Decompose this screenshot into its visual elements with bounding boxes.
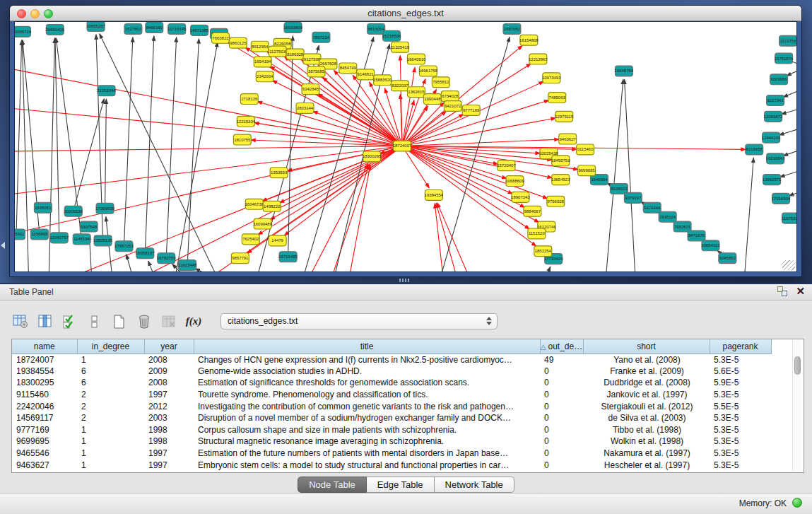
graph-node[interactable]: 17957253 xyxy=(114,241,134,252)
table-row[interactable]: 946554611997Estimation of the future num… xyxy=(12,448,771,460)
cell-year[interactable]: 2008 xyxy=(144,354,194,366)
graph-node[interactable]: 8912954 xyxy=(251,41,269,52)
graph-node[interactable]: 16782759 xyxy=(157,253,176,264)
cell-short[interactable]: Yano et al. (2008) xyxy=(583,354,710,366)
graph-node[interactable]: 22055724 xyxy=(15,26,32,37)
graph-node[interactable]: 8938923 xyxy=(610,184,628,194)
tab-node-table[interactable]: Node Table xyxy=(298,477,367,493)
graph-node[interactable]: 1127503 xyxy=(269,46,286,57)
cell-title[interactable]: Estimation of the future numbers of pati… xyxy=(194,448,540,460)
graph-node[interactable]: 2342004 xyxy=(256,71,273,82)
graph-node[interactable]: 9857791 xyxy=(231,253,249,264)
cell-out_degree[interactable]: 0 xyxy=(540,412,583,424)
close-window-button[interactable] xyxy=(17,9,26,18)
network-selector-dropdown[interactable]: citations_edges.txt xyxy=(220,313,498,329)
table-row[interactable]: 1872400712008Changes of HCN gene express… xyxy=(12,354,771,366)
cell-year[interactable]: 2012 xyxy=(144,400,194,412)
cell-name[interactable]: 9115460 xyxy=(12,389,77,401)
graph-node[interactable]: 18300295 xyxy=(363,151,382,162)
table-row[interactable]: 1938455462009Genome-wide association stu… xyxy=(12,366,771,378)
cell-name[interactable]: 18724007 xyxy=(12,354,77,366)
clear-selection-icon[interactable] xyxy=(86,313,104,331)
graph-node[interactable]: 12444131 xyxy=(762,132,781,143)
cell-pagerank[interactable]: 5.3E-5 xyxy=(710,424,771,436)
cell-in_degree[interactable]: 2 xyxy=(77,412,144,424)
table-row[interactable]: 946362711997Embryonic stem cells: a mode… xyxy=(12,459,771,471)
graph-node[interactable]: 9379197 xyxy=(624,192,642,203)
graph-node[interactable]: 10719145 xyxy=(167,23,187,34)
close-panel-icon[interactable]: ✕ xyxy=(796,286,805,296)
graph-node[interactable]: 15716485 xyxy=(278,252,298,262)
scrollbar-thumb[interactable] xyxy=(794,356,801,375)
graph-node[interactable]: 16210643 xyxy=(766,153,785,164)
cell-in_degree[interactable]: 1 xyxy=(77,448,144,460)
table-row[interactable]: 977716911998Corpus callosum shape and si… xyxy=(12,424,771,436)
cell-in_degree[interactable]: 1 xyxy=(77,354,144,366)
cell-name[interactable]: 18300295 xyxy=(12,377,77,389)
graph-node[interactable]: 18495759 xyxy=(551,156,570,166)
cell-title[interactable]: Structural magnetic resonance image aver… xyxy=(194,436,540,448)
graph-node[interactable]: 16648784 xyxy=(615,66,634,76)
cell-in_degree[interactable]: 1 xyxy=(77,436,144,448)
trash-icon[interactable] xyxy=(135,313,153,331)
cell-name[interactable]: 22420046 xyxy=(12,400,77,412)
graph-node[interactable]: 1353593 xyxy=(270,168,288,178)
graph-node[interactable]: 11325419 xyxy=(391,42,410,52)
graph-node[interactable]: 8813054 xyxy=(367,23,385,34)
cell-short[interactable]: Hescheler et al. (1997) xyxy=(583,459,710,471)
graph-node[interactable]: 15751874 xyxy=(775,53,794,64)
column-header-year[interactable]: year xyxy=(144,339,194,354)
cell-year[interactable]: 2003 xyxy=(144,412,194,424)
graph-node[interactable]: 11675333 xyxy=(782,213,796,223)
cell-year[interactable]: 1998 xyxy=(144,424,194,436)
graph-node[interactable]: 1654334 xyxy=(254,57,271,67)
function-builder-icon[interactable]: f(x) xyxy=(184,313,203,331)
cell-in_degree[interactable]: 6 xyxy=(77,366,144,378)
cell-out_degree[interactable]: 0 xyxy=(540,448,583,460)
cell-pagerank[interactable]: 5.3E-5 xyxy=(710,459,771,471)
graph-node[interactable]: 8186328 xyxy=(286,49,304,59)
cell-pagerank[interactable]: 5.9E-5 xyxy=(710,377,771,389)
graph-node[interactable]: 9146821 xyxy=(357,69,375,80)
cell-name[interactable]: 9463627 xyxy=(12,459,77,471)
graph-node[interactable]: 1852254 xyxy=(534,246,552,257)
graph-node[interactable]: 9463627 xyxy=(559,134,577,144)
graph-node[interactable]: 12093872 xyxy=(764,111,783,122)
column-header-out_degree[interactable]: △out_de… xyxy=(540,339,583,354)
graph-node[interactable]: 9115460 xyxy=(577,144,594,155)
show-columns-icon[interactable] xyxy=(36,313,54,331)
graph-node[interactable]: 13505135 xyxy=(93,235,112,246)
graph-node[interactable]: 1121753 xyxy=(779,35,796,46)
float-panel-icon[interactable] xyxy=(777,286,787,296)
cell-pagerank[interactable]: 5.3E-5 xyxy=(710,389,771,401)
cell-title[interactable]: Changes of HCN gene expression and I(f) … xyxy=(194,354,540,366)
graph-node[interactable]: 18724007 xyxy=(393,141,412,151)
graph-node[interactable]: 12215334 xyxy=(237,116,256,127)
graph-node[interactable]: 2803144 xyxy=(296,103,314,114)
graph-node[interactable]: 19384554 xyxy=(425,189,444,200)
graph-node[interactable]: 6734028 xyxy=(441,91,459,102)
graph-node[interactable]: 1362615 xyxy=(407,87,425,98)
table-mode-icon[interactable] xyxy=(11,313,30,331)
cell-pagerank[interactable]: 5.3E-5 xyxy=(710,412,771,424)
graph-node[interactable]: 8215958 xyxy=(746,144,763,155)
select-all-icon[interactable] xyxy=(61,313,79,331)
cell-in_degree[interactable]: 1 xyxy=(77,459,144,471)
network-graph[interactable]: 2205572420691406106552871527802846616010… xyxy=(15,22,796,271)
zoom-window-button[interactable] xyxy=(44,9,53,18)
cell-out_degree[interactable]: 0 xyxy=(540,389,583,401)
graph-node[interactable]: 16958107 xyxy=(136,248,155,259)
minimize-window-button[interactable] xyxy=(30,9,40,18)
graph-node[interactable]: 21053346 xyxy=(97,86,116,96)
graph-node[interactable]: 15720407 xyxy=(497,160,516,171)
graph-node[interactable]: 8322037 xyxy=(392,81,409,91)
cell-year[interactable]: 1997 xyxy=(144,448,194,460)
tab-edge-table[interactable]: Edge Table xyxy=(367,477,435,493)
cell-out_degree[interactable]: 0 xyxy=(540,377,583,389)
graph-node[interactable]: 3915911 xyxy=(15,229,25,240)
cell-out_degree[interactable]: 0 xyxy=(540,424,583,436)
graph-node[interactable]: 20691406 xyxy=(46,24,65,35)
graph-node[interactable]: 9756928 xyxy=(547,196,565,206)
graph-node[interactable]: 12213967 xyxy=(529,54,548,64)
cell-pagerank[interactable]: 5.3E-5 xyxy=(710,448,771,460)
